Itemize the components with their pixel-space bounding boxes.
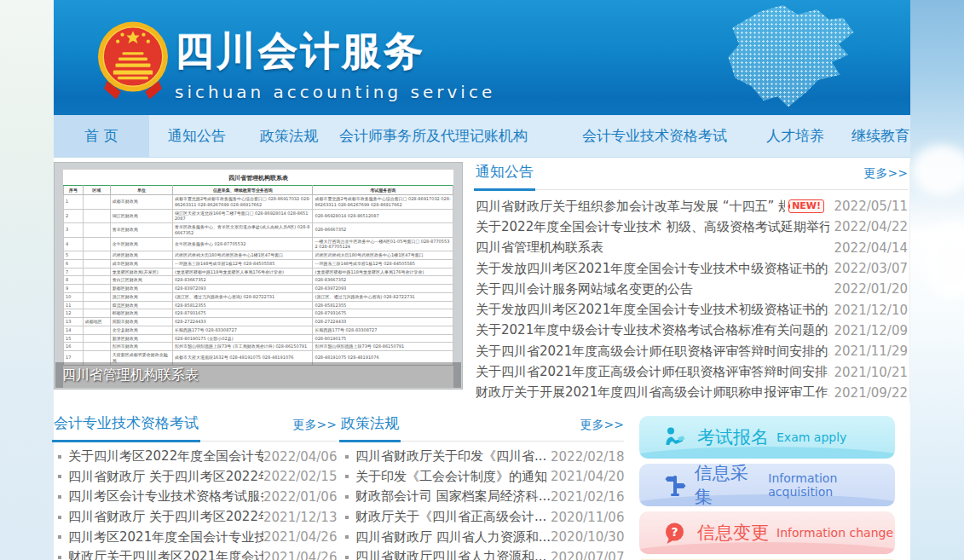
notice-item-link[interactable]: 关于2022年度全国会计专业技术 初级、高级资格考试延期举行... (476, 219, 829, 235)
notice-item-link[interactable]: 四川省管理机构联系表 (476, 240, 829, 256)
exam-item-link[interactable]: 四川考区会计专业技术资格考试服务事... (68, 488, 263, 505)
cloud-decoration (912, 145, 964, 196)
nav-item-home[interactable]: 首 页 (54, 115, 149, 157)
policy-item-link[interactable]: 四川省财政厅关于印发《四川省... (355, 448, 551, 465)
contact-table-row: 3青羊区财政局青羊区政务服务中心、青羊区文家街道办事处(成人高校人员A区) 02… (64, 223, 453, 238)
quick-link-zh-label: 信息变更 (697, 521, 769, 545)
contact-table-header: 区域 (83, 186, 110, 195)
new-badge: NEW! (788, 199, 824, 213)
notice-item-date: 2022/04/14 (829, 240, 908, 256)
information-change-button[interactable]: ? 信息变更 Information change (639, 511, 895, 554)
exam-list-item: 关于四川考区2022年度全国会计专业... 2022/04/06 (54, 447, 337, 467)
policy-list-item: 四川省财政厅 四川省人力资源和... 2020/10/30 (341, 527, 624, 547)
sky-background-right (910, 0, 964, 560)
exam-item-link[interactable]: 关于四川考区2022年度全国会计专业... (68, 448, 263, 465)
contact-table-row: 12郫都区财政局028-87931675028-87931675 (64, 309, 453, 318)
notice-item-date: 2022/03/07 (829, 261, 908, 276)
notice-list-item: 关于发放四川考区2021年度全国会计专业技术初级资格证书的... 2021/12… (476, 299, 908, 320)
nav-item-notices[interactable]: 通知公告 (168, 115, 226, 157)
contact-table-header: 序号 (64, 186, 84, 195)
policy-panel-title: 政策法规 (341, 413, 399, 433)
exam-apply-button[interactable]: 考试报名 Exam apply (639, 416, 895, 459)
policy-list-item: 财政厅关于《四川省正高级会计... 2020/11/06 (341, 507, 624, 528)
quick-link-zh-label: 考试报名 (697, 425, 769, 449)
policy-item-date: 2020/10/30 (551, 529, 624, 545)
policy-more-link[interactable]: 更多>> (580, 418, 624, 433)
exam-list-item: 四川省财政厅 关于四川考区2022年度... 2022/02/15 (54, 467, 337, 488)
policy-list-item: 财政部会计司 国家档案局经济科... 2021/02/16 (341, 487, 624, 507)
exam-list-item: 四川考区会计专业技术资格考试服务事... 2022/01/06 (54, 487, 337, 507)
page-content: 四川会计服务 sichuan accounting service 首 页 通知… (54, 0, 910, 560)
exam-item-link[interactable]: 四川省财政厅 关于四川考区2022年度... (68, 509, 263, 525)
nav-item-firms-agencies[interactable]: 会计师事务所及代理记账机构 (339, 115, 528, 157)
exam-item-link[interactable]: 四川省财政厅 关于四川考区2022年度... (68, 469, 263, 485)
square-bullet-icon (58, 495, 61, 499)
main-nav: 首 页 通知公告 政策法规 会计师事务所及代理记账机构 会计专业技术资格考试 人… (54, 115, 910, 158)
square-bullet-icon (345, 495, 349, 499)
contact-table-row: 14金堂县财政局长顺西路177号 028-83308727长顺西路177号 02… (64, 326, 453, 334)
notice-list-item: 关于2021年度中级会计专业技术资格考试合格标准有关问题的... 2021/12… (476, 320, 908, 341)
policy-list-item: 四川省财政厅四川省人力资源和... 2020/07/07 (341, 547, 624, 560)
notice-more-link[interactable]: 更多>> (864, 166, 908, 182)
exam-panel: 会计专业技术资格考试 更多>> 关于四川考区2022年度全国会计专业... 20… (54, 413, 337, 560)
quick-link-en-label: Exam apply (776, 430, 846, 444)
contact-table-row: 9新都区财政局028-83972093028-83972093 (64, 285, 453, 293)
notice-panel: 通知公告 更多>> 四川省财政厅关于组织参加会计改革与发展 “十四五” 规划网.… (476, 162, 910, 403)
exam-item-date: 2021/04/26 (263, 529, 337, 545)
notice-item-date: 2022/05/11 (829, 199, 908, 214)
square-bullet-icon (345, 475, 349, 478)
policy-item-link[interactable]: 财政部会计司 国家档案局经济科... (355, 488, 551, 505)
site-title-block: 四川会计服务 sichuan accounting service (175, 26, 495, 102)
quick-link-en-label: Information change (776, 526, 893, 540)
notice-item-date: 2021/10/21 (829, 365, 908, 380)
china-national-emblem-icon (94, 19, 172, 102)
contact-table-row: 6成华区财政局一环路东三段148号成华府1栋12号 028-84505585一环… (64, 259, 453, 268)
contact-table-row: 10温江区财政局(温江区、通过万兴路政务中心咨询) 028-82722731(温… (64, 292, 453, 301)
contact-table-row: 13成都地区简阳市财政局028-27224433028-27224433 (64, 318, 453, 326)
information-acquisition-button[interactable]: 信息采集 Information acquisition (639, 464, 895, 506)
notice-item-link[interactable]: 关于四川省2021年度高级会计师任职资格评审答辩时间安排的... (476, 344, 829, 360)
policy-item-date: 2021/04/20 (551, 469, 624, 484)
contact-table-header: 单位 (110, 186, 172, 195)
policy-item-link[interactable]: 四川省财政厅四川省人力资源和... (355, 549, 551, 560)
carousel-image[interactable]: 四川省管理机构联系表 序号 区域 单位 信息采集、继续教育等业务咨询 考试服务咨… (54, 162, 463, 390)
contact-table: 序号 区域 单位 信息采集、继续教育等业务咨询 考试服务咨询 1成都市财政局成都… (63, 185, 453, 366)
exam-item-link[interactable]: 四川考区2021年度全国会计专业技术... (68, 529, 263, 546)
square-bullet-icon (345, 535, 349, 539)
notice-item-date: 2021/12/10 (829, 303, 908, 318)
sichuan-map-decoration (723, 5, 859, 109)
square-bullet-icon (58, 455, 61, 459)
notice-panel-title: 通知公告 (476, 162, 534, 182)
exam-panel-title: 会计专业技术资格考试 (54, 413, 199, 433)
contact-table-row: 8青白江区财政局028-83667352028-83667352 (64, 276, 453, 285)
notice-panel-header: 通知公告 更多>> (476, 162, 908, 190)
policy-item-link[interactable]: 关于印发《工会会计制度》的通知 (355, 469, 551, 485)
notice-item-link[interactable]: 关于发放四川考区2021年度全国会计专业技术中级资格证书的... (476, 261, 829, 277)
exam-item-link[interactable]: 财政厅关于四川考区2021年度会计初... (68, 549, 263, 560)
notice-list-item: 四川省管理机构联系表 2022/04/14 (476, 238, 908, 258)
exam-list: 关于四川考区2022年度全国会计专业... 2022/04/06 四川省财政厅 … (54, 447, 337, 560)
policy-item-link[interactable]: 四川省财政厅 四川省人力资源和... (355, 529, 551, 546)
notice-item-date: 2021/11/29 (829, 344, 908, 359)
contact-table-row: 5武侯区财政局武侯区武侯祠大街180号武侯区政务中心1楼1区47号窗口武侯区武侯… (64, 251, 453, 260)
notice-item-link[interactable]: 四川省财政厅关于组织参加会计改革与发展 “十四五” 规划网... (476, 199, 785, 215)
notice-item-link[interactable]: 财政厅关于开展2021年度四川省高级会计师职称申报评审工作... (476, 384, 829, 401)
notice-item-link[interactable]: 关于2021年度中级会计专业技术资格考试合格标准有关问题的... (476, 322, 829, 338)
policy-list-item: 关于印发《工会会计制度》的通知 2021/04/20 (341, 467, 624, 488)
exam-more-link[interactable]: 更多>> (293, 418, 337, 433)
policy-item-link[interactable]: 财政厅关于《四川省正高级会计... (355, 509, 551, 525)
notice-list: 四川省财政厅关于组织参加会计改革与发展 “十四五” 规划网... NEW! 20… (476, 196, 908, 403)
nav-item-qualification-exam[interactable]: 会计专业技术资格考试 (582, 115, 727, 157)
nav-item-continuing-education[interactable]: 继续教育 (851, 115, 909, 157)
notice-item-link[interactable]: 关于四川省2021年度正高级会计师任职资格评审答辩时间安排... (476, 364, 829, 380)
notice-item-link[interactable]: 关于四川会计服务网站域名变更的公告 (476, 281, 829, 297)
square-bullet-icon (58, 556, 61, 559)
nav-item-talent-training[interactable]: 人才培养 (766, 115, 824, 157)
site-title: 四川会计服务 (175, 26, 495, 78)
contact-table-header: 信息采集、继续教育等业务咨询 (172, 186, 313, 195)
notice-item-link[interactable]: 关于发放四川考区2021年度全国会计专业技术初级资格证书的... (476, 302, 829, 318)
nav-item-policies[interactable]: 政策法规 (260, 115, 318, 157)
carousel-dot[interactable] (442, 171, 450, 180)
notice-list-item: 关于四川省2021年度正高级会计师任职资格评审答辩时间安排... 2021/10… (476, 361, 908, 382)
square-bullet-icon (345, 455, 349, 459)
